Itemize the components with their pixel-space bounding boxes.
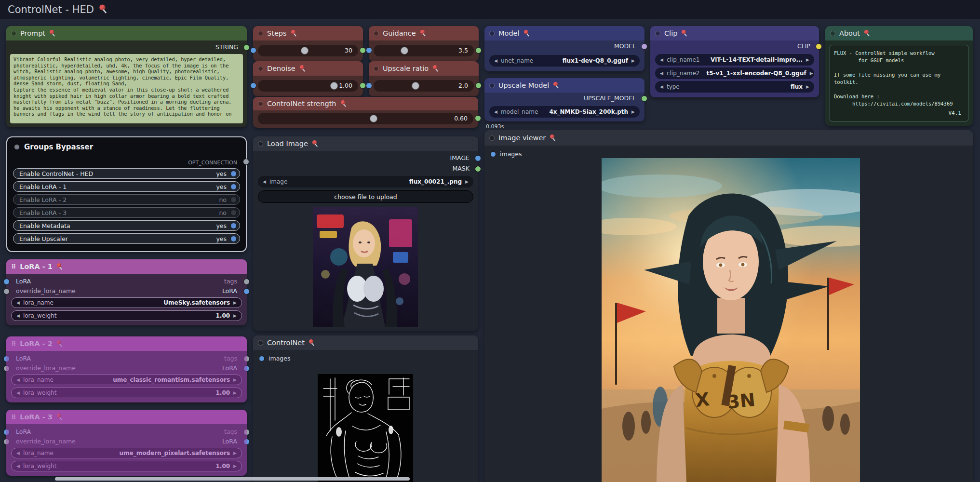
collapse-dot[interactable] xyxy=(489,83,495,88)
widget-next-arrow[interactable]: ▶ xyxy=(233,301,237,305)
collapse-dot[interactable] xyxy=(258,66,263,71)
model-output-port[interactable] xyxy=(641,43,647,50)
lora-weight-widget[interactable]: ◀ lora_weight 1.00 ▶ xyxy=(11,310,242,321)
prompt-node-header[interactable]: Prompt xyxy=(6,26,247,40)
controlnet-strength-slider[interactable]: 0.60 xyxy=(258,113,473,124)
upscale-ratio-node-header[interactable]: Upscale ratio xyxy=(369,61,479,76)
images-port[interactable] xyxy=(490,151,496,157)
clip-node-header[interactable]: Clip xyxy=(650,26,819,40)
clip-output-port[interactable] xyxy=(816,43,822,50)
prompt-textarea[interactable]: Vibrant Colorful Realistic analog photo,… xyxy=(10,54,243,123)
widget-prev-arrow[interactable]: ◀ xyxy=(660,71,663,76)
steps-node-header[interactable]: Steps xyxy=(253,26,363,40)
controlnet-node-header[interactable]: ControlNet xyxy=(253,335,478,350)
widget-prev-arrow[interactable]: ◀ xyxy=(16,301,20,305)
image-viewer-node-header[interactable]: Image viewer xyxy=(484,130,973,146)
widget-prev-arrow[interactable]: ◀ xyxy=(16,314,20,318)
lora-2-node-header[interactable]: ⠿ LoRA - 2 xyxy=(6,336,247,351)
widget-next-arrow[interactable]: ▶ xyxy=(233,378,237,382)
lora-weight-widget[interactable]: ◀ lora_weight 1.00 ▶ xyxy=(11,461,242,471)
upscale-ratio-slider[interactable]: 2.0 xyxy=(374,80,474,92)
lora-3-node-header[interactable]: ⠿ LoRA - 3 xyxy=(6,410,247,424)
widget-prev-arrow[interactable]: ◀ xyxy=(263,180,266,184)
widget-next-arrow[interactable]: ▶ xyxy=(806,85,809,89)
toggle-enable-controlnet-hed[interactable]: Enable ControlNet - HED yes xyxy=(13,168,240,179)
override-lora-name-port[interactable] xyxy=(3,365,10,372)
widget-prev-arrow[interactable]: ◀ xyxy=(660,58,663,62)
images-port[interactable] xyxy=(259,356,265,362)
widget-prev-arrow[interactable]: ◀ xyxy=(16,391,20,395)
toggle-enable-lora-2[interactable]: Enable LoRA - 2 no xyxy=(13,194,240,205)
image-file-widget[interactable]: ◀ image flux_00021_.png ▶ xyxy=(258,176,473,187)
toggle-enable-lora-1[interactable]: Enable LoRA - 1 yes xyxy=(13,181,240,192)
toggle-dot-icon[interactable] xyxy=(230,236,237,242)
groups-bypasser-header[interactable]: Groups Bypasser xyxy=(14,143,93,151)
collapse-dot[interactable] xyxy=(374,66,379,71)
drag-handle-icon[interactable]: ⠿ xyxy=(11,340,16,348)
upscale-model-output-port[interactable] xyxy=(641,95,647,102)
widget-next-arrow[interactable]: ▶ xyxy=(233,464,237,469)
guidance-output-port[interactable] xyxy=(475,47,482,54)
clip-name2-widget[interactable]: ◀ clip_name2 t5-v1_1-xxl-encoder-Q8_0.gg… xyxy=(655,67,814,79)
lora-name-widget[interactable]: ◀ lora_name ume_classic_romantism.safete… xyxy=(11,375,242,385)
lora-input-port[interactable] xyxy=(3,356,10,362)
lora-output-port[interactable] xyxy=(243,288,250,295)
denoise-slider[interactable]: 1.00 xyxy=(258,80,358,92)
widget-prev-arrow[interactable]: ◀ xyxy=(494,110,497,114)
toggle-dot-icon[interactable] xyxy=(230,184,237,190)
upscale-ratio-output-port[interactable] xyxy=(475,82,482,89)
collapse-dot[interactable] xyxy=(258,31,263,36)
widget-next-arrow[interactable]: ▶ xyxy=(806,58,809,62)
opt-connection-port[interactable] xyxy=(243,159,249,165)
upscale-ratio-input-port[interactable] xyxy=(366,82,372,89)
denoise-input-port[interactable] xyxy=(250,82,256,89)
override-lora-name-port[interactable] xyxy=(3,288,10,295)
about-node-header[interactable]: About xyxy=(825,26,973,40)
controlnet-strength-output-port[interactable] xyxy=(475,115,481,121)
steps-slider[interactable]: 30 xyxy=(258,45,358,56)
widget-next-arrow[interactable]: ▶ xyxy=(233,314,237,318)
toggle-dot-icon[interactable] xyxy=(230,210,237,216)
upscale-ratio-slider-handle[interactable] xyxy=(412,82,419,90)
node-graph-canvas[interactable]: ControlNet - HED Prompt STRING Vibrant C… xyxy=(0,0,980,482)
toggle-dot-icon[interactable] xyxy=(230,197,237,203)
toggle-enable-upscaler[interactable]: Enable Upscaler yes xyxy=(13,233,240,244)
toggle-enable-lora-3[interactable]: Enable LoRA - 3 no xyxy=(13,207,240,218)
steps-input-port[interactable] xyxy=(250,47,256,54)
drag-handle-icon[interactable]: ⠿ xyxy=(11,414,16,421)
lora-weight-widget[interactable]: ◀ lora_weight 1.00 ▶ xyxy=(11,388,242,398)
collapse-dot[interactable] xyxy=(489,135,495,141)
choose-file-button[interactable]: choose file to upload xyxy=(258,190,473,203)
load-image-node-header[interactable]: Load Image xyxy=(253,136,478,151)
collapse-dot[interactable] xyxy=(655,31,660,36)
tags-output-port[interactable] xyxy=(243,356,250,362)
collapse-dot[interactable] xyxy=(489,31,495,36)
collapse-dot[interactable] xyxy=(830,31,835,36)
widget-prev-arrow[interactable]: ◀ xyxy=(16,464,20,469)
collapse-dot[interactable] xyxy=(258,101,263,107)
collapse-dot[interactable] xyxy=(258,141,263,147)
horizontal-scrollbar[interactable] xyxy=(55,477,410,481)
lora-name-widget[interactable]: ◀ lora_name UmeSky.safetensors ▶ xyxy=(11,297,242,308)
drag-handle-icon[interactable]: ⠿ xyxy=(11,263,16,270)
widget-prev-arrow[interactable]: ◀ xyxy=(494,59,497,63)
controlnet-strength-slider-handle[interactable] xyxy=(370,115,377,122)
guidance-node-header[interactable]: Guidance xyxy=(369,26,479,40)
toggle-dot-icon[interactable] xyxy=(230,223,237,229)
lora-output-port[interactable] xyxy=(243,439,250,445)
image-output-port[interactable] xyxy=(475,155,481,161)
lora-input-port[interactable] xyxy=(3,429,10,435)
clip-type-widget[interactable]: ◀ type flux ▶ xyxy=(655,81,814,93)
tags-output-port[interactable] xyxy=(243,429,250,435)
guidance-input-port[interactable] xyxy=(366,47,372,54)
denoise-slider-handle[interactable] xyxy=(330,82,338,90)
upscale-model-node-header[interactable]: Upscale Model xyxy=(484,78,644,93)
controlnet-strength-node-header[interactable]: ControlNet strength xyxy=(253,97,478,110)
denoise-output-port[interactable] xyxy=(360,82,366,89)
widget-next-arrow[interactable]: ▶ xyxy=(631,110,635,114)
collapse-dot[interactable] xyxy=(258,340,263,346)
mask-output-port[interactable] xyxy=(475,166,481,172)
toggle-dot-icon[interactable] xyxy=(230,171,237,177)
widget-prev-arrow[interactable]: ◀ xyxy=(16,451,20,455)
widget-prev-arrow[interactable]: ◀ xyxy=(660,85,663,89)
